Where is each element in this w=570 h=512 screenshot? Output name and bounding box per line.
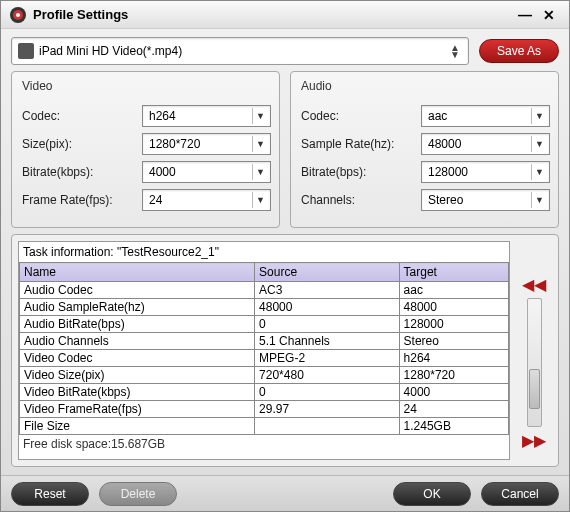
chevron-down-icon: ▼ — [531, 136, 547, 152]
profile-select-text: iPad Mini HD Video(*.mp4) — [39, 44, 448, 58]
table-row[interactable]: Video CodecMPEG-2h264 — [20, 350, 509, 367]
reset-button[interactable]: Reset — [11, 482, 89, 506]
video-bitrate-label: Bitrate(kbps): — [22, 165, 142, 179]
chevron-down-icon: ▼ — [531, 108, 547, 124]
table-row[interactable]: Video Size(pix)720*4801280*720 — [20, 367, 509, 384]
table-cell: 128000 — [399, 316, 508, 333]
table-cell: 48000 — [255, 299, 399, 316]
table-row[interactable]: Audio Channels5.1 ChannelsStereo — [20, 333, 509, 350]
bottom-bar: Reset Delete OK Cancel — [1, 475, 569, 511]
video-panel: Video Codec: h264▼ Size(pix): 1280*720▼ … — [11, 71, 280, 228]
device-icon — [18, 43, 34, 59]
chevron-down-icon: ▼ — [252, 136, 268, 152]
audio-samplerate-label: Sample Rate(hz): — [301, 137, 421, 151]
audio-channels-label: Channels: — [301, 193, 421, 207]
video-framerate-select[interactable]: 24▼ — [142, 189, 271, 211]
chevron-down-icon: ▼ — [252, 164, 268, 180]
cancel-button[interactable]: Cancel — [481, 482, 559, 506]
chevron-down-icon: ▼ — [531, 192, 547, 208]
table-cell: Video Size(pix) — [20, 367, 255, 384]
content-area: iPad Mini HD Video(*.mp4) ▲▼ Save As Vid… — [1, 29, 569, 475]
audio-codec-select[interactable]: aac▼ — [421, 105, 550, 127]
task-info-title: Task information: "TestResource2_1" — [19, 242, 509, 262]
table-cell: 0 — [255, 384, 399, 401]
video-size-label: Size(pix): — [22, 137, 142, 151]
titlebar: Profile Settings — ✕ — [1, 1, 569, 29]
task-scrollbar[interactable] — [527, 298, 542, 427]
video-codec-label: Codec: — [22, 109, 142, 123]
table-cell: aac — [399, 282, 508, 299]
profile-row: iPad Mini HD Video(*.mp4) ▲▼ Save As — [11, 37, 559, 65]
table-row[interactable]: Video BitRate(kbps)04000 — [20, 384, 509, 401]
table-cell: h264 — [399, 350, 508, 367]
audio-bitrate-label: Bitrate(bps): — [301, 165, 421, 179]
table-cell: 0 — [255, 316, 399, 333]
table-row[interactable]: Video FrameRate(fps)29.9724 — [20, 401, 509, 418]
table-cell — [255, 418, 399, 435]
table-row[interactable]: Audio BitRate(bps)0128000 — [20, 316, 509, 333]
table-cell: 24 — [399, 401, 508, 418]
table-row[interactable]: Audio CodecAC3aac — [20, 282, 509, 299]
video-size-select[interactable]: 1280*720▼ — [142, 133, 271, 155]
table-row[interactable]: File Size1.245GB — [20, 418, 509, 435]
table-cell: 720*480 — [255, 367, 399, 384]
profile-settings-dialog: Profile Settings — ✕ iPad Mini HD Video(… — [0, 0, 570, 512]
settings-panels: Video Codec: h264▼ Size(pix): 1280*720▼ … — [11, 71, 559, 228]
audio-bitrate-select[interactable]: 128000▼ — [421, 161, 550, 183]
chevron-down-icon: ▼ — [252, 108, 268, 124]
table-cell: MPEG-2 — [255, 350, 399, 367]
table-cell: Audio SampleRate(hz) — [20, 299, 255, 316]
table-cell: Stereo — [399, 333, 508, 350]
updown-icon: ▲▼ — [448, 44, 462, 58]
task-table: Name Source Target Audio CodecAC3aacAudi… — [19, 262, 509, 435]
table-cell: Video FrameRate(fps) — [20, 401, 255, 418]
video-framerate-label: Frame Rate(fps): — [22, 193, 142, 207]
table-cell: 5.1 Channels — [255, 333, 399, 350]
table-cell: 1.245GB — [399, 418, 508, 435]
window-title: Profile Settings — [33, 7, 513, 22]
free-disk-label: Free disk space:15.687GB — [19, 435, 509, 453]
video-bitrate-select[interactable]: 4000▼ — [142, 161, 271, 183]
col-source[interactable]: Source — [255, 263, 399, 282]
audio-samplerate-select[interactable]: 48000▼ — [421, 133, 550, 155]
prev-task-button[interactable]: ◀◀ — [522, 275, 546, 294]
scrollbar-thumb[interactable] — [529, 369, 540, 409]
table-row[interactable]: Audio SampleRate(hz)4800048000 — [20, 299, 509, 316]
video-panel-title: Video — [22, 76, 271, 99]
video-codec-select[interactable]: h264▼ — [142, 105, 271, 127]
audio-panel-title: Audio — [301, 76, 550, 99]
audio-codec-label: Codec: — [301, 109, 421, 123]
svg-point-2 — [16, 13, 20, 17]
save-as-button[interactable]: Save As — [479, 39, 559, 63]
minimize-button[interactable]: — — [513, 7, 537, 23]
task-info-panel: Task information: "TestResource2_1" Name… — [18, 241, 510, 460]
table-cell: 4000 — [399, 384, 508, 401]
audio-channels-select[interactable]: Stereo▼ — [421, 189, 550, 211]
chevron-down-icon: ▼ — [531, 164, 547, 180]
table-cell: 29.97 — [255, 401, 399, 418]
col-name[interactable]: Name — [20, 263, 255, 282]
next-task-button[interactable]: ▶▶ — [522, 431, 546, 450]
table-cell: Video Codec — [20, 350, 255, 367]
delete-button: Delete — [99, 482, 177, 506]
task-info-area: Task information: "TestResource2_1" Name… — [11, 234, 559, 467]
table-cell: File Size — [20, 418, 255, 435]
task-side-nav: ◀◀ ▶▶ — [516, 241, 552, 460]
table-cell: Audio Codec — [20, 282, 255, 299]
table-cell: Video BitRate(kbps) — [20, 384, 255, 401]
ok-button[interactable]: OK — [393, 482, 471, 506]
audio-panel: Audio Codec: aac▼ Sample Rate(hz): 48000… — [290, 71, 559, 228]
table-cell: Audio Channels — [20, 333, 255, 350]
profile-select[interactable]: iPad Mini HD Video(*.mp4) ▲▼ — [11, 37, 469, 65]
close-button[interactable]: ✕ — [537, 7, 561, 23]
col-target[interactable]: Target — [399, 263, 508, 282]
table-cell: Audio BitRate(bps) — [20, 316, 255, 333]
chevron-down-icon: ▼ — [252, 192, 268, 208]
table-cell: AC3 — [255, 282, 399, 299]
table-cell: 1280*720 — [399, 367, 508, 384]
app-icon — [9, 6, 27, 24]
table-cell: 48000 — [399, 299, 508, 316]
